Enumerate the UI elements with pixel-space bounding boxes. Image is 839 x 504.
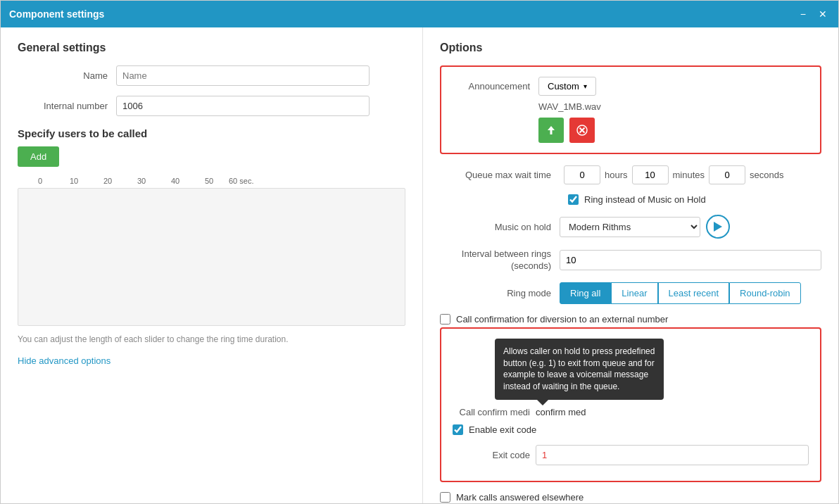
announcement-btns [538, 118, 809, 143]
right-panel: Options Announcement Custom ▾ WAV_1MB.wa… [423, 27, 838, 503]
announcement-dropdown[interactable]: Custom ▾ [538, 77, 596, 96]
slider-hint: You can adjust the length of each slider… [18, 334, 405, 344]
ring-mode-ring-all[interactable]: Ring all [560, 282, 611, 304]
ring-instead-label: Ring instead of Music on Hold [584, 194, 706, 205]
name-row: Name [18, 65, 405, 86]
announcement-label: Announcement [453, 81, 530, 92]
call-confirm-external-row: Call confirmation for diversion to an ex… [440, 314, 821, 325]
ring-mode-linear[interactable]: Linear [611, 282, 657, 304]
interval-label: Interval between rings(seconds) [440, 248, 560, 272]
announcement-box: Announcement Custom ▾ WAV_1MB.wav [440, 65, 821, 154]
hide-advanced-link[interactable]: Hide advanced options [18, 355, 111, 366]
window-title: Component settings [9, 8, 104, 20]
dropdown-caret-icon: ▾ [583, 82, 587, 90]
left-panel: General settings Name Internal number Sp… [1, 27, 423, 503]
scale-50: 50 [192, 177, 226, 185]
exit-code-row: Exit code [453, 445, 809, 465]
mark-calls-row: Mark calls answered elsewhere [440, 492, 821, 503]
general-settings-title: General settings [18, 42, 405, 54]
ring-mode-least-recent[interactable]: Least recent [658, 282, 730, 304]
main-content: General settings Name Internal number Sp… [1, 27, 838, 503]
name-label: Name [18, 70, 116, 81]
specify-users-title: Specify users to be called [18, 127, 405, 139]
mark-calls-checkbox[interactable] [440, 492, 450, 503]
wav-filename: WAV_1MB.wav [538, 101, 809, 112]
scale-0: 0 [23, 177, 57, 185]
scale-20: 20 [91, 177, 125, 185]
seconds-unit: seconds [750, 170, 783, 180]
scale-10: 10 [57, 177, 91, 185]
slider-area[interactable] [18, 188, 405, 326]
enable-exit-code-row: Enable exit code [453, 424, 809, 435]
add-button[interactable]: Add [18, 146, 59, 167]
internal-number-label: Internal number [18, 101, 116, 111]
exit-code-section: Allows caller on hold to press predefine… [440, 327, 821, 482]
name-input[interactable] [116, 65, 370, 86]
ring-mode-label: Ring mode [440, 288, 560, 298]
exit-code-input[interactable] [536, 445, 809, 465]
ring-mode-row: Ring mode Ring all Linear Least recent R… [440, 282, 821, 304]
seconds-input[interactable] [709, 165, 745, 184]
play-button[interactable] [706, 215, 730, 239]
scale-40: 40 [158, 177, 192, 185]
exit-code-label: Exit code [453, 450, 530, 460]
minutes-input[interactable] [632, 165, 669, 184]
tooltip-box: Allows caller on hold to press predefine… [495, 339, 664, 400]
hours-unit: hours [605, 170, 628, 180]
hours-input[interactable] [564, 165, 600, 184]
queue-wait-row: Queue max wait time hours minutes second… [440, 165, 821, 184]
music-on-hold-select[interactable]: Modern Rithms [560, 217, 700, 237]
close-button[interactable]: ✕ [816, 8, 830, 20]
svg-marker-3 [714, 222, 722, 232]
ring-instead-row: Ring instead of Music on Hold [568, 194, 821, 205]
window-controls: − ✕ [797, 8, 830, 20]
minutes-unit: minutes [673, 170, 705, 180]
announcement-row: Announcement Custom ▾ [453, 77, 809, 96]
internal-number-row: Internal number [18, 96, 405, 116]
call-confirm-text: confirm med [536, 407, 586, 417]
ring-instead-checkbox[interactable] [568, 194, 579, 205]
queue-wait-label: Queue max wait time [440, 170, 560, 180]
music-on-hold-label: Music on hold [440, 222, 560, 232]
music-on-hold-row: Music on hold Modern Rithms [440, 215, 821, 239]
call-confirm-external-label: Call confirmation for diversion to an ex… [456, 314, 668, 325]
interval-input[interactable] [560, 250, 821, 270]
scale-30: 30 [125, 177, 158, 185]
enable-exit-code-label: Enable exit code [469, 424, 536, 435]
ring-mode-round-robin[interactable]: Round-robin [729, 282, 801, 304]
component-settings-window: Component settings − ✕ General settings … [0, 0, 839, 504]
call-confirm-med-row: Call confirm medi confirm med [453, 407, 809, 417]
tooltip-text: Allows caller on hold to press predefine… [503, 346, 655, 391]
mark-calls-label: Mark calls answered elsewhere [456, 492, 583, 503]
call-confirm-external-checkbox[interactable] [440, 314, 450, 325]
announcement-dropdown-value: Custom [548, 81, 579, 92]
upload-button[interactable] [538, 118, 564, 143]
call-confirm-label: Call confirm medi [453, 407, 530, 417]
minimize-button[interactable]: − [797, 8, 809, 20]
internal-number-input[interactable] [116, 96, 370, 116]
options-title: Options [440, 42, 821, 54]
title-bar: Component settings − ✕ [1, 1, 838, 27]
enable-exit-code-checkbox[interactable] [453, 424, 463, 435]
scale-unit: 60 sec. [229, 177, 253, 185]
delete-button[interactable] [569, 118, 595, 143]
interval-row: Interval between rings(seconds) [440, 248, 821, 272]
ring-mode-buttons: Ring all Linear Least recent Round-robin [560, 282, 801, 304]
